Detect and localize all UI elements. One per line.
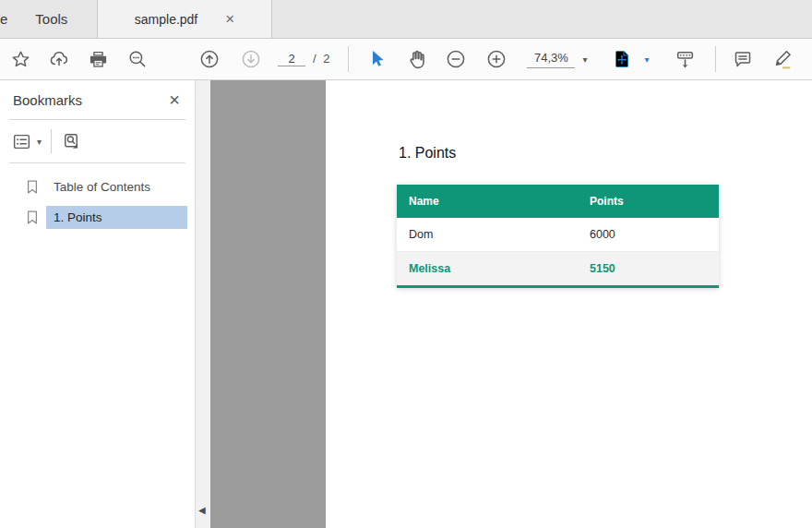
print-icon[interactable] [82, 43, 113, 75]
toolbar-separator [348, 46, 349, 72]
bookmarks-toolbar: ▾ [0, 120, 195, 162]
cell-name: Dom [397, 218, 578, 252]
bookmarks-header: Bookmarks × [0, 80, 195, 119]
home-tab-partial[interactable]: e [0, 11, 7, 27]
page-number-input[interactable] [278, 52, 305, 66]
bookmark-options-icon[interactable] [11, 131, 32, 152]
bookmarks-list: Table of Contents 1. Points [0, 163, 195, 234]
separator [51, 129, 52, 153]
zoom-out-icon[interactable] [440, 43, 472, 75]
main-toolbar: / 2 74,3% ▾ [0, 39, 812, 80]
page-title: 1. Points [399, 145, 812, 162]
tab-tools[interactable]: Tools [35, 11, 67, 27]
tab-bar: e Tools sample.pdf × [0, 0, 812, 39]
tab-bar-empty [272, 0, 812, 38]
table-row: Melissa 5150 [397, 252, 719, 287]
hand-tool-icon[interactable] [400, 43, 432, 75]
column-header-points: Points [578, 185, 719, 218]
page-count-label: / 2 [313, 52, 331, 66]
zoom-caret-icon[interactable]: ▾ [582, 54, 587, 65]
document-viewer: 1. Points Name Points Dom 6000 [210, 80, 812, 528]
bookmarks-panel: Bookmarks × ▾ [0, 80, 195, 528]
comment-icon[interactable] [727, 43, 758, 75]
expand-current-bookmark-icon[interactable] [61, 131, 82, 152]
bookmarks-close-icon[interactable]: × [169, 90, 180, 109]
share-upload-icon[interactable] [43, 43, 75, 75]
pdf-viewer-window: e Tools sample.pdf × [0, 0, 812, 528]
bookmark-icon [25, 209, 40, 226]
points-table: Name Points Dom 6000 Melissa 5150 [397, 185, 719, 288]
zoom-level-group: 74,3% ▾ [527, 51, 587, 68]
previous-page-icon[interactable] [194, 43, 225, 75]
bookmark-label: Table of Contents [46, 175, 187, 198]
content-area: Bookmarks × ▾ [0, 80, 812, 528]
select-tool-icon[interactable] [361, 43, 392, 75]
tab-left-group: e Tools [0, 0, 97, 38]
zoom-in-icon[interactable] [481, 43, 512, 75]
star-favorites-icon[interactable] [5, 43, 36, 75]
bookmark-icon [25, 178, 40, 196]
fit-page-icon[interactable] [606, 43, 638, 75]
table-row: Dom 6000 [397, 218, 719, 252]
tab-document[interactable]: sample.pdf × [97, 0, 272, 38]
search-icon[interactable] [122, 43, 153, 75]
toolbar-separator [715, 46, 716, 72]
cell-points: 6000 [578, 218, 719, 252]
cell-name: Melissa [397, 252, 578, 287]
next-page-icon[interactable] [235, 43, 267, 75]
cell-points: 5150 [578, 252, 719, 287]
zoom-level-value[interactable]: 74,3% [527, 51, 575, 68]
collapse-toolbar-icon[interactable] [670, 43, 701, 75]
bookmark-item-table-of-contents[interactable]: Table of Contents [0, 173, 195, 200]
highlight-pen-icon[interactable] [767, 43, 798, 75]
panel-splitter[interactable]: ◀ [195, 80, 210, 528]
bookmark-options-caret-icon[interactable]: ▾ [37, 137, 42, 147]
page-number-group: / 2 [278, 52, 331, 66]
bookmark-item-points[interactable]: 1. Points [0, 203, 195, 231]
column-header-name: Name [397, 185, 578, 218]
bookmark-label: 1. Points [46, 206, 187, 229]
tab-close-icon[interactable]: × [225, 11, 234, 27]
table-header-row: Name Points [397, 185, 719, 218]
tab-document-label: sample.pdf [135, 12, 197, 27]
fit-page-caret-icon[interactable]: ▾ [645, 54, 650, 65]
collapse-panel-icon[interactable]: ◀ [198, 505, 206, 515]
pdf-page: 1. Points Name Points Dom 6000 [326, 80, 812, 528]
bookmarks-title: Bookmarks [13, 92, 82, 108]
